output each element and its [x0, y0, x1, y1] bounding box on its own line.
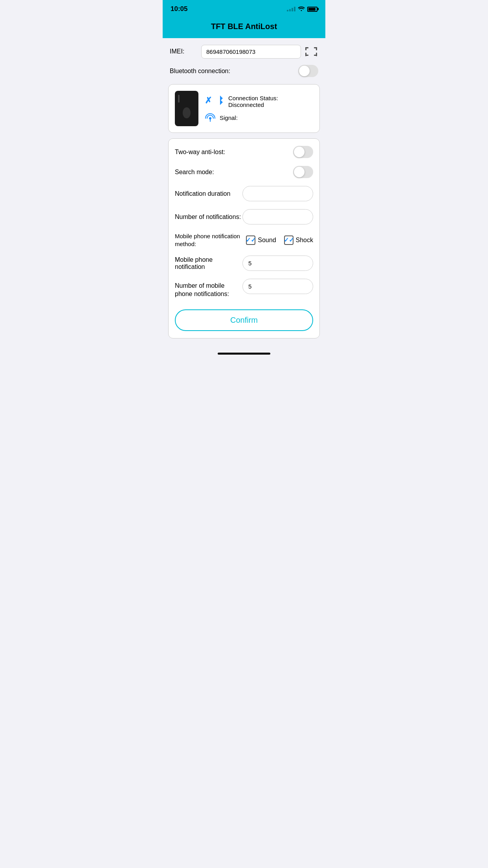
connection-value: Disconnected — [228, 101, 278, 108]
device-image — [175, 91, 198, 126]
battery-icon — [307, 7, 317, 12]
app-header: TFT BLE AntiLost — [163, 17, 325, 38]
search-mode-toggle[interactable] — [293, 166, 313, 178]
search-mode-label: Search mode: — [175, 169, 293, 176]
toggle-thumb — [294, 147, 305, 157]
cellular-signal-icon — [287, 7, 295, 11]
num-mobile-notif-input[interactable] — [242, 279, 313, 294]
two-way-antilost-row: Two-way anti-lost: — [175, 146, 313, 158]
svg-rect-7 — [316, 53, 317, 56]
device-card: ✗ Connection Status: Disconnected — [168, 84, 320, 133]
confirm-button[interactable]: Confirm — [175, 309, 313, 331]
checkbox-group: ✓ Sound ✓ Shock — [246, 235, 313, 245]
bluetooth-device-icon — [216, 95, 224, 106]
toggle-thumb — [294, 167, 305, 177]
signal-row: Signal: — [205, 113, 313, 122]
num-mobile-notif-label: Number of mobile phone notifications: — [175, 279, 242, 298]
home-indicator — [163, 345, 325, 359]
svg-rect-3 — [316, 47, 317, 50]
signal-icon — [205, 113, 216, 122]
shock-checkbox[interactable]: ✓ — [284, 235, 294, 245]
main-content: IMEI: Bluetooth connection: — [163, 38, 325, 345]
bluetooth-toggle[interactable] — [298, 65, 318, 77]
imei-row: IMEI: — [168, 44, 320, 59]
num-notifications-label: Number of notifications: — [175, 213, 242, 221]
svg-rect-1 — [305, 47, 306, 50]
notif-method-row: Mobile phone notification method: ✓ Soun… — [175, 232, 313, 248]
svg-rect-5 — [305, 53, 306, 56]
num-notifications-row: Number of notifications: — [175, 209, 313, 224]
notification-duration-label: Notification duration — [175, 190, 242, 197]
mobile-notif-input[interactable] — [242, 256, 313, 271]
notification-duration-input[interactable] — [242, 186, 313, 201]
home-bar — [218, 353, 270, 355]
sound-checkmark: ✓ — [246, 236, 251, 244]
mobile-notif-row: Mobile phone notification — [175, 256, 313, 271]
sound-checkbox[interactable]: ✓ — [246, 235, 255, 245]
signal-label: Signal: — [220, 114, 238, 121]
scan-barcode-icon[interactable] — [304, 44, 318, 59]
imei-input[interactable] — [201, 45, 301, 59]
status-bar: 10:05 — [163, 0, 325, 17]
shock-label: Shock — [296, 237, 313, 244]
search-mode-row: Search mode: — [175, 166, 313, 178]
connection-status-row: ✗ Connection Status: Disconnected — [205, 95, 313, 108]
two-way-antilost-label: Two-way anti-lost: — [175, 149, 293, 156]
shock-checkmark: ✓ — [284, 236, 289, 244]
imei-label: IMEI: — [170, 48, 201, 55]
mobile-notif-label: Mobile phone notification — [175, 256, 242, 270]
settings-card: Two-way anti-lost: Search mode: Notifica… — [168, 138, 320, 338]
bluetooth-label: Bluetooth connection: — [170, 68, 298, 75]
device-info: ✗ Connection Status: Disconnected — [205, 95, 313, 122]
notification-duration-row: Notification duration — [175, 186, 313, 201]
toggle-thumb — [299, 66, 310, 76]
sound-label: Sound — [258, 237, 276, 244]
status-icons — [287, 6, 317, 13]
notif-method-label: Mobile phone notification method: — [175, 232, 246, 248]
status-time: 10:05 — [171, 5, 187, 13]
wifi-icon — [298, 6, 305, 13]
app-title: TFT BLE AntiLost — [211, 22, 277, 31]
connection-label: Connection Status: — [228, 95, 278, 101]
two-way-antilost-toggle[interactable] — [293, 146, 313, 158]
shock-checkbox-item[interactable]: ✓ Shock — [284, 235, 313, 245]
sound-checkbox-item[interactable]: ✓ Sound — [246, 235, 276, 245]
bluetooth-icon: ✗ — [205, 96, 212, 106]
bluetooth-row: Bluetooth connection: — [168, 65, 320, 77]
num-mobile-notif-row: Number of mobile phone notifications: — [175, 279, 313, 298]
num-notifications-input[interactable] — [242, 209, 313, 224]
